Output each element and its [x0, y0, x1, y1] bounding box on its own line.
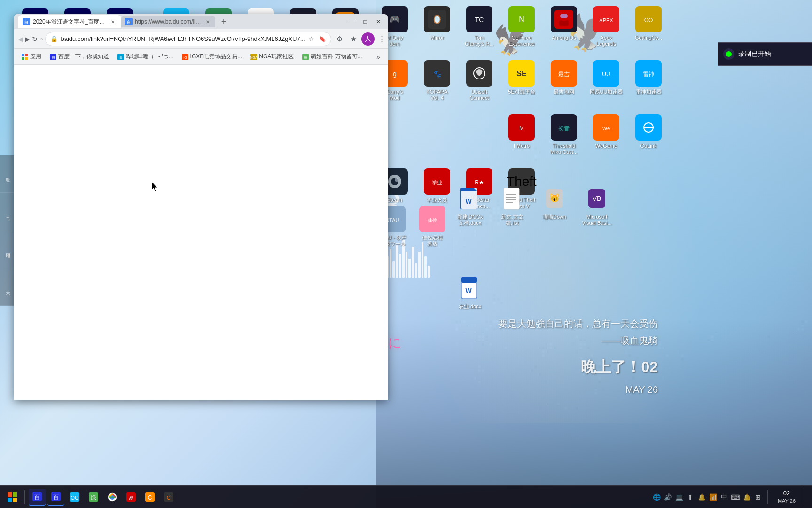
- taskbar-icon-green[interactable]: 绿: [85, 489, 102, 506]
- extensions-button[interactable]: ⚙: [333, 32, 346, 46]
- systray: 🌐 🔊 💻 ⬆ 🔔 📶 中 ⌨ 🔔 ⊞: [652, 492, 763, 502]
- desktop-icon-metro[interactable]: M I Metro: [503, 111, 540, 158]
- forward-button[interactable]: ▶: [25, 32, 30, 46]
- profile-button[interactable]: 人: [361, 32, 375, 46]
- sidebar-label-qi[interactable]: 七: [0, 193, 15, 230]
- reload-button[interactable]: ↻: [32, 32, 38, 46]
- bookmark-icon[interactable]: 🔖: [319, 36, 326, 42]
- taskbar-divider-right: [767, 490, 768, 504]
- systray-icon-settings[interactable]: ⊞: [753, 492, 763, 502]
- systray-icon-1[interactable]: 🌐: [652, 492, 661, 502]
- bookmark-moegirl[interactable]: 萌 萌娘百科 万物皆可...: [298, 51, 366, 63]
- bookmark-igxe[interactable]: IG IGXE电竞饰品交易...: [178, 51, 246, 63]
- sidebar-label-shu[interactable]: 数: [0, 155, 15, 193]
- svg-text:W: W: [465, 198, 472, 205]
- svg-text:B: B: [119, 56, 122, 60]
- minimize-button[interactable]: —: [346, 16, 358, 27]
- taskbar-icon-c[interactable]: C: [141, 489, 158, 506]
- desktop-icon-live2d[interactable]: 佳佐 佳佐远程播放: [414, 202, 451, 249]
- tab1-close-button[interactable]: ✕: [109, 18, 117, 25]
- svg-text:M: M: [519, 125, 524, 132]
- taskbar-icon-baidu2[interactable]: 百: [47, 489, 64, 506]
- 5e-label: 5E对战平台: [508, 89, 535, 95]
- desktop-icon-5e[interactable]: SE 5E对战平台: [503, 56, 540, 103]
- taskbar-icon-baidu[interactable]: 百: [29, 489, 46, 506]
- svg-text:🎮: 🎮: [390, 14, 400, 24]
- systray-icon-3[interactable]: 💻: [674, 492, 684, 502]
- file-icon-qiqi[interactable]: 😺 喵喵Down: [536, 183, 573, 228]
- start-button[interactable]: [4, 489, 21, 506]
- back-button[interactable]: ◀: [18, 32, 23, 46]
- show-desktop-button[interactable]: [804, 488, 806, 506]
- desktop-icon-getting-over[interactable]: GO GettingOv...: [630, 2, 667, 49]
- baidu-label: 百度一下，你就知道: [58, 53, 109, 61]
- tab2-close-button[interactable]: ✕: [204, 18, 211, 25]
- sidebar-label-liu[interactable]: 六: [0, 268, 15, 306]
- taskbar-icon-qq[interactable]: QQ: [66, 489, 83, 506]
- file-icon-docx[interactable]: W 新建 DOCx文档.docx: [451, 183, 489, 228]
- bookmark-button[interactable]: ★: [347, 32, 360, 46]
- tab2-favicon: 百: [125, 18, 133, 25]
- browser-tab-1[interactable]: 百 2020年浙江语文字考_百度搜索 ✕: [18, 15, 121, 28]
- svg-rect-12: [560, 14, 568, 18]
- file-icon-list[interactable]: 新文.文文稿.list: [493, 183, 531, 228]
- desktop-icon-among-us[interactable]: Among Us: [545, 2, 583, 49]
- new-tab-button[interactable]: +: [217, 15, 230, 28]
- bookmarks-overflow-button[interactable]: »: [373, 51, 384, 63]
- bookmark-star-icon[interactable]: ☆: [308, 35, 314, 43]
- systray-icon-2[interactable]: 🔊: [663, 492, 672, 502]
- bookmark-baidu[interactable]: 百 百度一下，你就知道: [46, 51, 113, 63]
- toolbar-right: ⚙ ★ 人 ⋮: [333, 32, 389, 46]
- svg-text:雷神: 雷神: [643, 71, 654, 78]
- desktop-icon-best[interactable]: 最吉 最吉地网: [545, 56, 583, 103]
- desktop-icon-uu[interactable]: UU 网易UU加速器: [587, 56, 625, 103]
- browser-tab-2[interactable]: 百 https://www.baidu.com/link... ✕: [121, 16, 215, 27]
- systray-icon-keyboard[interactable]: 中: [719, 492, 729, 502]
- bookmark-nga[interactable]: NGA NGA玩家社区: [247, 51, 297, 63]
- tab1-favicon: 百: [23, 18, 30, 25]
- desktop-icon-kopara[interactable]: 🐾 KOPARAVol. 4: [418, 56, 456, 103]
- svg-text:VB: VB: [593, 195, 601, 202]
- taskbar-icon-game[interactable]: G: [160, 489, 177, 506]
- desktop-icon-golink[interactable]: GoLink: [630, 111, 667, 158]
- systray-icon-4[interactable]: ⬆: [686, 492, 695, 502]
- address-bar[interactable]: 🔒 baidu.com/link?url=NQthYRUN_RjWA6ecFL3…: [45, 32, 331, 46]
- svg-text:学业: 学业: [432, 180, 442, 185]
- sidebar-label-ditu[interactable]: 地图: [0, 230, 15, 268]
- svg-text:IG: IG: [183, 56, 187, 59]
- desktop-icon-tomclancy[interactable]: TC TomClancy's R...: [461, 2, 498, 49]
- maximize-button[interactable]: □: [359, 16, 371, 27]
- home-button[interactable]: ⌂: [39, 32, 43, 46]
- menu-button[interactable]: ⋮: [375, 32, 389, 46]
- desktop-icon-ubisoft[interactable]: UbisoftConnect: [461, 56, 498, 103]
- desktop-icon-geforce[interactable]: N GeForceExperience: [503, 2, 540, 49]
- desktop-icon-mirror[interactable]: 🪞 Mirror: [418, 2, 456, 49]
- taskbar-icon-netease[interactable]: 易: [123, 489, 140, 506]
- close-button[interactable]: ✕: [373, 16, 384, 27]
- systray-icon-notifications[interactable]: 🔔: [742, 492, 751, 502]
- live2d-icon: 佳佐: [419, 206, 445, 232]
- taskbar-divider: [24, 490, 25, 504]
- file-icon-vb[interactable]: VB MicrosoftVisual Basi...: [578, 183, 616, 228]
- svg-text:UU: UU: [602, 71, 610, 78]
- desktop-icon-snow[interactable]: 雷神 雷神加速器: [630, 56, 667, 103]
- mirror-icon: 🪞: [424, 6, 450, 32]
- systray-icon-5[interactable]: 🔔: [697, 492, 706, 502]
- desktop-icon-apex[interactable]: APEX ApexLegends: [587, 2, 625, 49]
- desktop-icon-threshold[interactable]: 初音 ThresholdMiku Cust...: [545, 111, 583, 158]
- systray-icon-6[interactable]: 📶: [708, 492, 718, 502]
- taskbar-clock[interactable]: 02 MAY 26: [773, 490, 801, 504]
- address-text: baidu.com/link?url=NQthYRUN_RjWA6ecFL3hT…: [61, 35, 305, 42]
- svg-text:W: W: [465, 287, 472, 294]
- taskbar-icon-chrome[interactable]: [104, 489, 121, 506]
- bookmarks-bar: 应用 百 百度一下，你就知道 B 哔哩哔哩（ ' - 'つ... IG IGXE…: [14, 49, 388, 65]
- moegirl-favicon: 萌: [302, 54, 309, 60]
- file-icon-nongye[interactable]: W 农业.docx: [451, 273, 489, 318]
- desktop-icon-wegame[interactable]: We WeGame: [587, 111, 625, 158]
- bookmark-bilibili[interactable]: B 哔哩哔哩（ ' - 'つ...: [114, 51, 177, 63]
- cod-label: of Dutydern: [387, 35, 403, 47]
- systray-icon-ime[interactable]: ⌨: [731, 492, 740, 502]
- among-us-label: Among Us: [552, 35, 576, 41]
- bookmark-apps[interactable]: 应用: [18, 51, 45, 63]
- svg-text:🪞: 🪞: [432, 14, 443, 24]
